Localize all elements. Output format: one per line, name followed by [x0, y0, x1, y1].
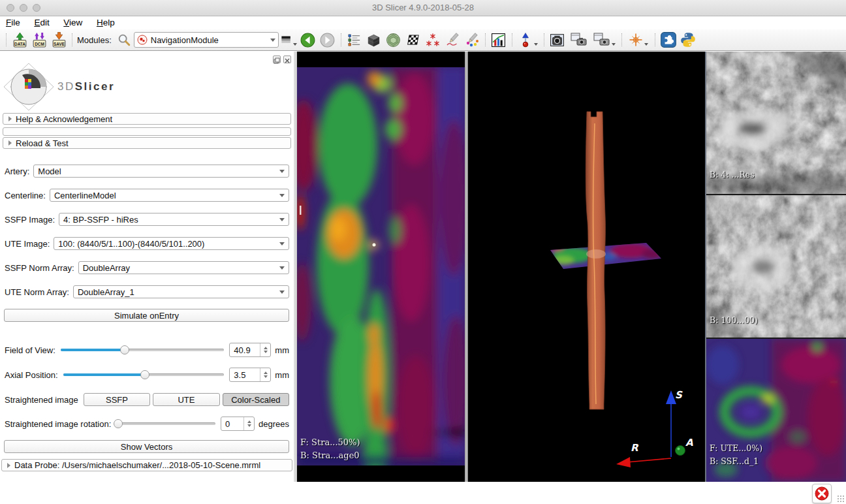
- artery-row: Artery: Model: [5, 164, 289, 178]
- axial-position-spinbox[interactable]: 3.5: [229, 368, 271, 382]
- artery-selector[interactable]: Model: [33, 165, 289, 178]
- straightened-slice-view[interactable]: F: Stra...50%) B: Stra...age0: [297, 52, 465, 482]
- spin-up-icon[interactable]: [264, 347, 268, 349]
- navigation-arrow-button[interactable]: [517, 31, 539, 48]
- spin-down-icon[interactable]: [247, 424, 251, 427]
- save-button[interactable]: SAVE: [50, 31, 67, 48]
- spin-arrows[interactable]: [243, 417, 254, 430]
- color-scaled-button[interactable]: Color-Scaled: [223, 393, 289, 406]
- models-module-button[interactable]: [385, 31, 402, 48]
- slider-fill: [61, 349, 125, 351]
- rotation-slider[interactable]: [116, 418, 215, 430]
- field-of-view-slider[interactable]: [61, 344, 225, 356]
- history-forward-icon: [319, 32, 336, 48]
- green-slice-foreground-label: F: UTE...0%): [710, 443, 762, 453]
- spin-up-icon[interactable]: [247, 420, 251, 423]
- error-log-button[interactable]: [812, 484, 832, 503]
- module-hierarchy-button[interactable]: [346, 31, 363, 48]
- panel-close-icon[interactable]: [283, 55, 291, 63]
- show-vectors-button[interactable]: Show Vectors: [4, 440, 289, 453]
- resize-grip[interactable]: [837, 495, 845, 503]
- ute-norm-array-value: DoubleArray_1: [78, 287, 279, 297]
- history-back-icon: [300, 32, 316, 48]
- yellow-slice-view[interactable]: B: 100...00): [706, 195, 846, 338]
- screenshot-icon: [549, 32, 565, 48]
- python-console-button[interactable]: [680, 31, 697, 48]
- charts-icon: [490, 32, 507, 48]
- menu-view[interactable]: View: [57, 16, 88, 29]
- charts-button[interactable]: [490, 31, 507, 48]
- markups-module-button[interactable]: [424, 31, 441, 48]
- rotation-value[interactable]: 0: [221, 417, 243, 430]
- scene-view-restore-button[interactable]: [592, 31, 617, 48]
- ute-norm-array-label: UTE Norm Array:: [5, 287, 69, 297]
- green-slice-view[interactable]: F: UTE...0%) B: SSF...d_1: [706, 339, 846, 482]
- data-probe-section[interactable]: Data Probe: /Users/michaelschumaker/...2…: [1, 459, 292, 471]
- axial-position-value[interactable]: 3.5: [230, 368, 260, 381]
- save-label: SAVE: [53, 41, 65, 46]
- layout-selector-button[interactable]: [280, 31, 297, 48]
- crosshair-icon: [628, 32, 644, 48]
- volumes-module-button[interactable]: [366, 31, 383, 48]
- screenshot-button[interactable]: [549, 31, 566, 48]
- centerline-selector[interactable]: CenterlineModel: [50, 189, 289, 202]
- threed-view[interactable]: S R A: [468, 52, 705, 482]
- menu-help[interactable]: Help: [91, 16, 121, 29]
- scene-view-button[interactable]: [569, 31, 589, 48]
- menu-edit[interactable]: Edit: [28, 16, 55, 29]
- field-of-view-value[interactable]: 40.9: [230, 343, 260, 356]
- ssfp-norm-array-selector[interactable]: DoubleArray: [78, 261, 289, 274]
- data-probe-label: Data Probe: /Users/michaelschumaker/...2…: [14, 460, 260, 470]
- spin-down-icon[interactable]: [264, 351, 268, 353]
- expand-arrow-icon: [7, 463, 10, 468]
- window-title: 3D Slicer 4.9.0-2018-05-28: [0, 3, 846, 12]
- red-slice-view[interactable]: B: 4: ...Res: [706, 52, 846, 194]
- svg-text:3DSlicer: 3DSlicer: [57, 80, 115, 93]
- module-selector[interactable]: NavigationModule: [134, 32, 279, 48]
- ssfp-image-selector[interactable]: 4: BP-SSFP - hiRes: [59, 213, 289, 226]
- menu-file[interactable]: File: [0, 16, 26, 29]
- module-panel: 3DSlicer Help & Acknowledgement Reload &…: [0, 52, 294, 482]
- simulate-onentry-button[interactable]: Simulate onEntry: [4, 309, 289, 322]
- spin-arrows[interactable]: [260, 368, 270, 381]
- load-data-button[interactable]: DATA: [11, 31, 28, 48]
- rotation-spinbox[interactable]: 0: [221, 417, 255, 431]
- transforms-module-button[interactable]: [405, 31, 422, 48]
- slider-groove[interactable]: [116, 422, 215, 425]
- extensions-manager-button[interactable]: [660, 31, 677, 48]
- history-back-button[interactable]: [300, 31, 317, 48]
- history-forward-button[interactable]: [319, 31, 336, 48]
- axial-position-slider[interactable]: [63, 369, 225, 381]
- load-dicom-button[interactable]: DCM: [31, 31, 48, 48]
- ssfp-button[interactable]: SSFP: [84, 393, 150, 406]
- python-icon: [680, 31, 697, 48]
- spin-arrows[interactable]: [260, 343, 270, 356]
- colors-module-button[interactable]: [463, 31, 480, 48]
- artery-label: Artery:: [5, 166, 29, 176]
- crosshair-button[interactable]: [627, 31, 650, 48]
- ute-image-selector[interactable]: 100: (8440/5/1..100)-(8440/5/101..200): [54, 237, 289, 250]
- module-search-button[interactable]: [116, 31, 133, 48]
- slider-handle[interactable]: [120, 345, 129, 354]
- help-acknowledgement-section[interactable]: Help & Acknowledgement: [3, 113, 291, 125]
- panel-undock-icon[interactable]: [273, 55, 281, 63]
- spin-down-icon[interactable]: [264, 375, 268, 378]
- toolbar-separator: [655, 33, 655, 46]
- toolbar-handle[interactable]: [6, 33, 7, 46]
- slider-handle[interactable]: [114, 419, 123, 428]
- red-slice-background-label: B: 4: ...Res: [710, 170, 755, 180]
- spin-up-icon[interactable]: [264, 371, 268, 374]
- markups-icon: [425, 32, 441, 48]
- axis-a-ball: [676, 446, 685, 456]
- reload-test-section[interactable]: Reload & Test: [3, 137, 291, 149]
- ute-image-label: UTE Image:: [5, 239, 50, 249]
- scene-view-restore-icon: [593, 32, 611, 48]
- ute-button[interactable]: UTE: [153, 393, 219, 406]
- annotations-module-button[interactable]: [444, 31, 461, 48]
- ute-norm-array-selector[interactable]: DoubleArray_1: [73, 285, 289, 298]
- field-of-view-spinbox[interactable]: 40.9: [229, 343, 271, 357]
- modules-label: Modules:: [77, 35, 112, 45]
- right-view-column: B: 4: ...Res B: 100...00): [706, 52, 846, 482]
- slider-handle[interactable]: [140, 370, 149, 379]
- empty-section-bar[interactable]: [3, 127, 291, 136]
